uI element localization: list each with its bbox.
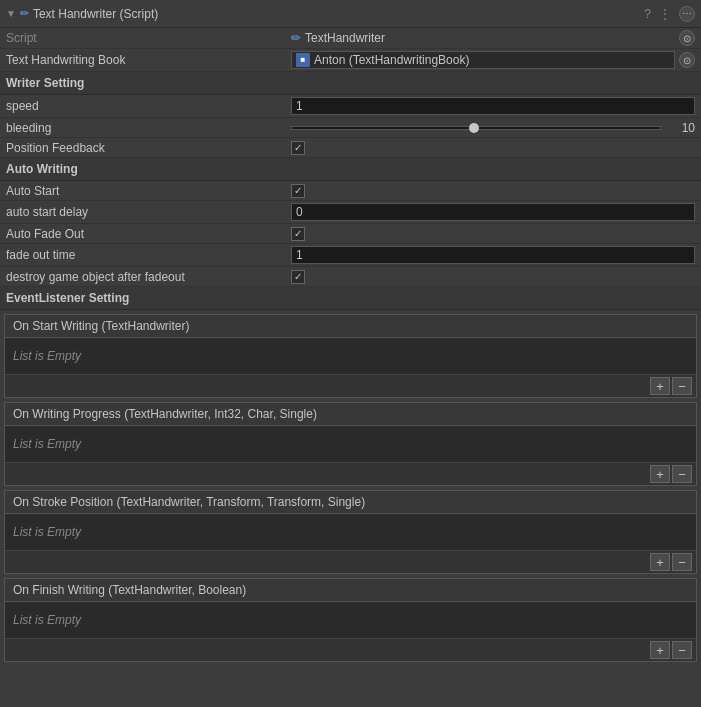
auto-start-delay-input[interactable] bbox=[291, 203, 695, 221]
event-remove-btn-1[interactable]: − bbox=[672, 377, 692, 395]
event-list-empty-4: List is Empty bbox=[13, 613, 81, 627]
position-feedback-value-col bbox=[291, 141, 695, 155]
event-listener-header: EventListener Setting bbox=[0, 287, 701, 310]
event-header-1: On Start Writing (TextHandwriter) bbox=[5, 315, 696, 338]
event-body-2: List is Empty bbox=[5, 426, 696, 462]
event-remove-btn-2[interactable]: − bbox=[672, 465, 692, 483]
auto-fade-out-label: Auto Fade Out bbox=[6, 227, 291, 241]
fade-out-time-row: fade out time bbox=[0, 244, 701, 267]
script-value: ✏ TextHandwriter bbox=[291, 31, 675, 45]
layout-icon[interactable]: ⋮ bbox=[659, 7, 671, 21]
pencil-icon: ✏ bbox=[20, 7, 29, 20]
event-add-btn-4[interactable]: + bbox=[650, 641, 670, 659]
event-body-1: List is Empty bbox=[5, 338, 696, 374]
fade-out-time-input[interactable] bbox=[291, 246, 695, 264]
event-list-empty-1: List is Empty bbox=[13, 349, 81, 363]
title-bar-right: ? ⋮ ⋯ bbox=[644, 6, 695, 22]
event-add-btn-2[interactable]: + bbox=[650, 465, 670, 483]
text-handwriting-book-row: Text Handwriting Book ■ Anton (TextHandw… bbox=[0, 49, 701, 72]
bleeding-value-col: 10 bbox=[291, 121, 695, 135]
text-handwriting-book-value: ■ Anton (TextHandwritingBook) ⊙ bbox=[291, 51, 695, 69]
auto-start-checkbox[interactable] bbox=[291, 184, 305, 198]
destroy-game-object-checkbox[interactable] bbox=[291, 270, 305, 284]
destroy-game-object-value-col bbox=[291, 270, 695, 284]
speed-input[interactable] bbox=[291, 97, 695, 115]
event-remove-btn-3[interactable]: − bbox=[672, 553, 692, 571]
overflow-icon[interactable]: ⋯ bbox=[679, 6, 695, 22]
position-feedback-label: Position Feedback bbox=[6, 141, 291, 155]
event-footer-3: + − bbox=[5, 550, 696, 573]
arrow-down-icon[interactable]: ▼ bbox=[6, 8, 16, 19]
position-feedback-row: Position Feedback bbox=[0, 138, 701, 158]
event-add-btn-3[interactable]: + bbox=[650, 553, 670, 571]
auto-fade-out-value-col bbox=[291, 227, 695, 241]
event-footer-1: + − bbox=[5, 374, 696, 397]
bleeding-slider-container: 10 bbox=[291, 121, 695, 135]
event-body-3: List is Empty bbox=[5, 514, 696, 550]
destroy-game-object-label: destroy game object after fadeout bbox=[6, 270, 291, 284]
event-section-1: On Start Writing (TextHandwriter) List i… bbox=[4, 314, 697, 398]
bleeding-slider-thumb[interactable] bbox=[469, 123, 479, 133]
event-list-empty-2: List is Empty bbox=[13, 437, 81, 451]
event-section-2: On Writing Progress (TextHandwriter, Int… bbox=[4, 402, 697, 486]
select-object-btn[interactable]: ⊙ bbox=[679, 52, 695, 68]
bleeding-slider-value: 10 bbox=[665, 121, 695, 135]
title-bar-left: ▼ ✏ Text Handwriter (Script) bbox=[6, 7, 158, 21]
auto-fade-out-row: Auto Fade Out bbox=[0, 224, 701, 244]
auto-start-value-col bbox=[291, 184, 695, 198]
event-header-2: On Writing Progress (TextHandwriter, Int… bbox=[5, 403, 696, 426]
event-footer-4: + − bbox=[5, 638, 696, 661]
bleeding-label: bleeding bbox=[6, 121, 291, 135]
text-handwriting-book-label: Text Handwriting Book bbox=[6, 53, 291, 67]
writer-setting-header: Writer Setting bbox=[0, 72, 701, 95]
object-icon: ■ bbox=[296, 53, 310, 67]
script-label: Script bbox=[6, 31, 291, 45]
event-section-4: On Finish Writing (TextHandwriter, Boole… bbox=[4, 578, 697, 662]
script-row: Script ✏ TextHandwriter ⊙ bbox=[0, 28, 701, 49]
auto-start-delay-value-col bbox=[291, 203, 695, 221]
object-value-text: Anton (TextHandwritingBook) bbox=[314, 53, 469, 67]
auto-start-label: Auto Start bbox=[6, 184, 291, 198]
events-container: On Start Writing (TextHandwriter) List i… bbox=[0, 314, 701, 662]
destroy-game-object-row: destroy game object after fadeout bbox=[0, 267, 701, 287]
title-bar: ▼ ✏ Text Handwriter (Script) ? ⋮ ⋯ bbox=[0, 0, 701, 28]
auto-start-row: Auto Start bbox=[0, 181, 701, 201]
event-section-3: On Stroke Position (TextHandwriter, Tran… bbox=[4, 490, 697, 574]
speed-row: speed bbox=[0, 95, 701, 118]
fade-out-time-value-col bbox=[291, 246, 695, 264]
event-list-empty-3: List is Empty bbox=[13, 525, 81, 539]
auto-fade-out-checkbox[interactable] bbox=[291, 227, 305, 241]
title-text: Text Handwriter (Script) bbox=[33, 7, 158, 21]
auto-start-delay-label: auto start delay bbox=[6, 205, 291, 219]
event-header-4: On Finish Writing (TextHandwriter, Boole… bbox=[5, 579, 696, 602]
event-remove-btn-4[interactable]: − bbox=[672, 641, 692, 659]
fade-out-time-label: fade out time bbox=[6, 248, 291, 262]
auto-start-delay-row: auto start delay bbox=[0, 201, 701, 224]
script-value-text: TextHandwriter bbox=[305, 31, 385, 45]
event-body-4: List is Empty bbox=[5, 602, 696, 638]
help-icon[interactable]: ? bbox=[644, 7, 651, 21]
bleeding-slider-track[interactable] bbox=[291, 126, 661, 130]
event-header-3: On Stroke Position (TextHandwriter, Tran… bbox=[5, 491, 696, 514]
speed-value-col bbox=[291, 97, 695, 115]
text-handwriting-book-field[interactable]: ■ Anton (TextHandwritingBook) bbox=[291, 51, 675, 69]
speed-label: speed bbox=[6, 99, 291, 113]
auto-writing-header: Auto Writing bbox=[0, 158, 701, 181]
position-feedback-checkbox[interactable] bbox=[291, 141, 305, 155]
bleeding-row: bleeding 10 bbox=[0, 118, 701, 138]
event-footer-2: + − bbox=[5, 462, 696, 485]
event-add-btn-1[interactable]: + bbox=[650, 377, 670, 395]
script-circle-btn[interactable]: ⊙ bbox=[679, 30, 695, 46]
script-pencil-icon: ✏ bbox=[291, 31, 301, 45]
